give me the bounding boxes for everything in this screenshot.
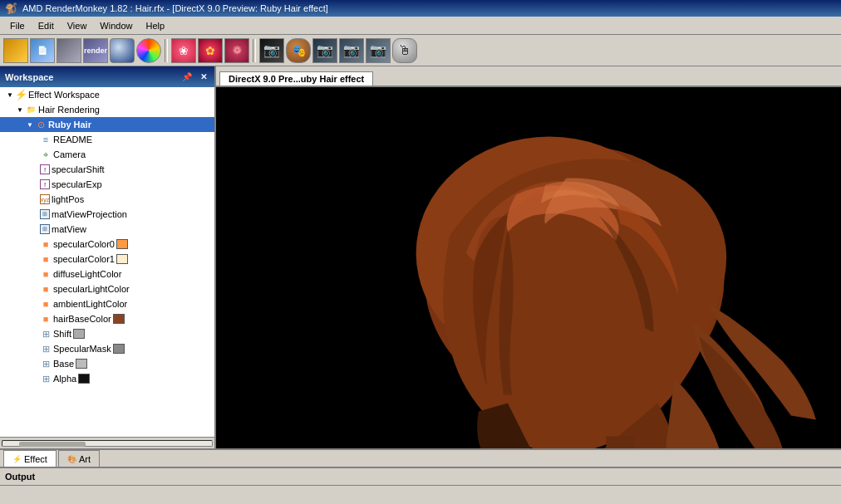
tree-label-specularMask: SpecularMask	[53, 344, 111, 354]
tree-label-specularColor0: specularColor0	[53, 239, 115, 249]
tree-node-hair-rendering[interactable]: ▼ 📁 Hair Rendering	[0, 102, 214, 117]
menu-window[interactable]: Window	[93, 19, 139, 32]
tree-node-ruby-hair[interactable]: ▼ ⊙ Ruby Hair	[0, 117, 214, 132]
output-label: Output	[5, 472, 35, 482]
toolbar-open-button[interactable]	[3, 38, 28, 63]
toolbar-cam3-button[interactable]: 📷	[339, 38, 364, 63]
expand-effect-workspace[interactable]: ▼	[7, 91, 13, 99]
art-tab[interactable]: 🎨 Art	[58, 450, 100, 467]
effect-tab-label: Effect	[24, 454, 47, 464]
tree-label-specularShift: specularShift	[52, 164, 105, 174]
ruby-hair-icon: ⊙	[35, 119, 47, 130]
tree-label-hairBaseColor: hairBaseColor	[53, 314, 111, 324]
tree-node-shift[interactable]: ⊞ Shift	[0, 326, 214, 341]
tree-label-lightPos: lightPos	[52, 194, 84, 204]
tree-scrollbar-h[interactable]	[0, 437, 214, 448]
workspace-close-button[interactable]: ✕	[198, 71, 209, 82]
hairbasecolor-swatch	[113, 314, 125, 324]
directx-preview-tab[interactable]: DirectX 9.0 Pre...uby Hair effect	[219, 71, 373, 86]
toolbar-cam1-button[interactable]: 📷	[259, 38, 284, 63]
shift-swatch	[73, 329, 85, 339]
tree-node-hairBaseColor[interactable]: ■ hairBaseColor	[0, 311, 214, 326]
tree-node-readme[interactable]: ≡ README	[0, 132, 214, 147]
matviewproj-icon: ⊞	[40, 209, 50, 219]
toolbar-monkey1-button[interactable]: 🎭	[286, 38, 311, 63]
tree-node-specularMask[interactable]: ⊞ SpecularMask	[0, 341, 214, 356]
tree-label-specularLightColor: specularLightColor	[53, 284, 130, 294]
specularcolor0-swatch	[116, 239, 128, 249]
toolbar-sep2	[253, 39, 256, 62]
menu-file[interactable]: File	[3, 19, 32, 32]
diffuselightcolor-icon: ■	[40, 268, 52, 280]
scroll-thumb[interactable]	[19, 442, 86, 447]
tree-label-effect-workspace: Effect Workspace	[28, 90, 100, 100]
tree-label-specularColor1: specularColor1	[53, 254, 115, 264]
toolbar-render-button[interactable]: render	[83, 38, 108, 63]
tree-label-matViewProjection: matViewProjection	[52, 209, 127, 219]
tree-node-diffuseLightColor[interactable]: ■ diffuseLightColor	[0, 267, 214, 281]
tree-node-specularColor0[interactable]: ■ specularColor0	[0, 237, 214, 252]
camera-icon: ⌖	[40, 149, 52, 160]
art-tab-icon: 🎨	[67, 455, 76, 463]
expand-hair-rendering[interactable]: ▼	[17, 106, 23, 114]
tree-label-camera: Camera	[53, 149, 86, 159]
base-icon: ⊞	[40, 358, 52, 369]
specularmask-icon: ⊞	[40, 343, 52, 355]
readme-icon: ≡	[40, 134, 52, 145]
hairbasecolor-icon: ■	[40, 313, 52, 325]
menu-view[interactable]: View	[61, 19, 94, 32]
title-bar: 🐒 AMD RenderMonkey 1.82 : Hair.rfx - [Di…	[0, 0, 841, 17]
tree-node-effect-workspace[interactable]: ▼ ⚡ Effect Workspace	[0, 87, 214, 102]
hair-render-svg	[216, 87, 841, 448]
toolbar-new-button[interactable]: 📄	[30, 38, 55, 63]
tree-node-base[interactable]: ⊞ Base	[0, 356, 214, 371]
toolbar-save-button[interactable]	[57, 38, 81, 63]
specularlightcolor-icon: ■	[40, 283, 52, 295]
toolbar-sep1	[165, 39, 168, 62]
toolbar-rose-button[interactable]: ❁	[224, 38, 249, 63]
tree-node-specularShift[interactable]: f specularShift	[0, 162, 214, 177]
menu-help[interactable]: Help	[139, 19, 171, 32]
expand-ruby-hair[interactable]: ▼	[27, 121, 33, 129]
toolbar-star-button[interactable]: ✿	[198, 38, 223, 63]
specularcolor1-icon: ■	[40, 253, 52, 265]
toolbar-mouse-button[interactable]: 🖱	[392, 38, 417, 63]
toolbar-cam4-button[interactable]: 📷	[366, 38, 391, 63]
tree-node-ambientLightColor[interactable]: ■ ambientLightColor	[0, 296, 214, 311]
workspace-panel: Workspace 📌 ✕ ▼ ⚡ Effect Workspace ▼ 📁 H…	[0, 66, 216, 448]
menu-bar: File Edit View Window Help	[0, 17, 841, 35]
effect-tab[interactable]: ⚡ Effect	[3, 450, 57, 467]
workspace-pin-button[interactable]: 📌	[180, 71, 194, 82]
workspace-title: Workspace	[5, 72, 54, 82]
tree-node-lightPos[interactable]: xyz lightPos	[0, 192, 214, 207]
tree-node-alpha[interactable]: ⊞ Alpha	[0, 371, 214, 386]
tree-area[interactable]: ▼ ⚡ Effect Workspace ▼ 📁 Hair Rendering …	[0, 87, 214, 437]
shift-icon: ⊞	[40, 328, 52, 340]
tree-node-specularLightColor[interactable]: ■ specularLightColor	[0, 281, 214, 296]
effect-workspace-icon: ⚡	[15, 89, 27, 100]
specularexp-icon: f	[40, 179, 50, 189]
alpha-icon: ⊞	[40, 373, 52, 384]
scroll-track[interactable]	[2, 440, 213, 447]
specularmask-swatch	[113, 344, 125, 354]
tree-node-specularExp[interactable]: f specularExp	[0, 177, 214, 192]
toolbar-palette-button[interactable]	[136, 38, 161, 63]
lightpos-icon: xyz	[40, 194, 50, 204]
specularcolor0-icon: ■	[40, 238, 52, 250]
window-title: AMD RenderMonkey 1.82 : Hair.rfx - [Dire…	[22, 3, 328, 13]
toolbar-flower-button[interactable]: ❀	[171, 38, 196, 63]
tree-node-matView[interactable]: ⊞ matView	[0, 222, 214, 237]
tree-label-readme: README	[53, 135, 92, 144]
tree-label-ambientLightColor: ambientLightColor	[53, 299, 127, 309]
menu-edit[interactable]: Edit	[32, 19, 61, 32]
toolbar-sphere-button[interactable]	[110, 38, 135, 63]
tree-node-specularColor1[interactable]: ■ specularColor1	[0, 252, 214, 267]
workspace-header: Workspace 📌 ✕	[0, 66, 214, 87]
preview-area	[216, 87, 841, 448]
output-bar: Output	[0, 467, 841, 485]
tree-node-camera[interactable]: ⌖ Camera	[0, 147, 214, 162]
tree-label-alpha: Alpha	[53, 374, 76, 384]
app-icon: 🐒	[5, 2, 17, 14]
tree-node-matViewProjection[interactable]: ⊞ matViewProjection	[0, 207, 214, 222]
toolbar-cam2-button[interactable]: 📷	[312, 38, 337, 63]
